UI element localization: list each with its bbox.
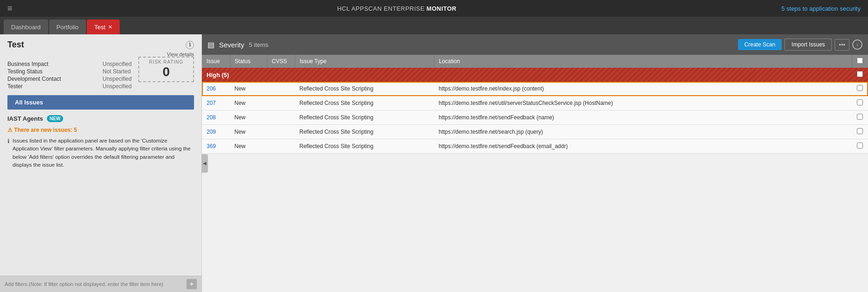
high-group-row: High (5) xyxy=(202,68,868,82)
issue-cvss-2 xyxy=(267,110,295,125)
issue-location-4: https://demo.testfire.net/sendFeedback (… xyxy=(434,139,852,154)
issue-id-1: 207 xyxy=(202,96,230,110)
issue-check-2 xyxy=(852,110,868,125)
issue-checkbox-3[interactable] xyxy=(857,128,863,134)
more-options-button[interactable]: ••• xyxy=(835,39,849,51)
col-header-type: Issue Type xyxy=(295,55,434,68)
issue-status-2: New xyxy=(230,110,267,125)
iast-agents-row: IAST Agents NEW xyxy=(7,115,194,122)
severity-label: Severity xyxy=(219,41,244,49)
info-text: Issues listed in the application panel a… xyxy=(13,137,194,169)
main-content: Test ℹ View details Business Impact Unsp… xyxy=(0,34,868,292)
create-scan-button[interactable]: Create Scan xyxy=(738,39,782,50)
issue-type-2: Reflected Cross Site Scripting xyxy=(295,110,434,125)
filter-input[interactable] xyxy=(5,281,184,287)
add-filter-button[interactable]: + xyxy=(187,279,197,289)
col-header-location: Location xyxy=(434,55,852,68)
security-link[interactable]: 5 steps to application security xyxy=(781,5,861,12)
meta-key-0: Business Impact xyxy=(7,61,99,67)
col-header-issue: Issue xyxy=(202,55,230,68)
issue-status-4: New xyxy=(230,139,267,154)
table-body: High (5) 206 New Reflected Cross Site Sc… xyxy=(202,68,868,154)
issue-id-4: 369 xyxy=(202,139,230,154)
table-icon: ▤ xyxy=(207,40,214,49)
table-container: Issue Status CVSS Issue Type Location Hi… xyxy=(202,55,868,292)
info-icon-label: i xyxy=(857,42,858,47)
col-header-check xyxy=(852,55,868,68)
info-icon: ℹ xyxy=(7,137,10,169)
info-circle-icon[interactable]: ℹ xyxy=(186,41,194,49)
table-row[interactable]: 209 New Reflected Cross Site Scripting h… xyxy=(202,125,868,139)
close-tab-icon[interactable]: ✕ xyxy=(108,24,112,30)
issues-header-left: ▤ Severity 5 items xyxy=(207,40,268,49)
risk-rating-label: RISK RATING xyxy=(145,59,188,65)
risk-rating-box: RISK RATING 0 xyxy=(138,57,194,82)
high-group-checkbox-cell xyxy=(852,68,868,82)
col-header-status: Status xyxy=(230,55,267,68)
meta-val-3: Unspecified xyxy=(103,83,194,90)
issue-checkbox-2[interactable] xyxy=(857,114,863,120)
issue-link-3[interactable]: 209 xyxy=(207,129,216,135)
app-title: HCL APPSCAN ENTERPRISE MONITOR xyxy=(337,5,456,12)
issue-type-0: Reflected Cross Site Scripting xyxy=(295,82,434,96)
issue-type-1: Reflected Cross Site Scripting xyxy=(295,96,434,110)
menu-icon[interactable]: ≡ xyxy=(7,4,13,13)
issue-checkbox-0[interactable] xyxy=(857,85,863,91)
issue-check-1 xyxy=(852,96,868,110)
issue-id-2: 208 xyxy=(202,110,230,125)
issue-link-0[interactable]: 206 xyxy=(207,85,216,92)
all-issues-button[interactable]: All Issues xyxy=(7,95,194,110)
issue-location-0: https://demo.testfire.net/index.jsp (con… xyxy=(434,82,852,96)
issue-status-1: New xyxy=(230,96,267,110)
new-badge: NEW xyxy=(47,115,63,122)
issue-status-0: New xyxy=(230,82,267,96)
warning-text: ⚠ There are new issues: 5 xyxy=(7,127,77,133)
filter-bar: + xyxy=(0,276,201,292)
high-group-checkbox[interactable] xyxy=(857,71,863,77)
issue-location-3: https://demo.testfire.net/search.jsp (qu… xyxy=(434,125,852,139)
right-panel: ▤ Severity 5 items Create Scan Import Is… xyxy=(202,34,868,292)
meta-key-3: Tester xyxy=(7,83,99,90)
issue-cvss-0 xyxy=(267,82,295,96)
issue-location-2: https://demo.testfire.net/sendFeedback (… xyxy=(434,110,852,125)
tab-dashboard[interactable]: Dashboard xyxy=(4,19,48,34)
page-title: Test xyxy=(7,40,24,50)
table-row[interactable]: 207 New Reflected Cross Site Scripting h… xyxy=(202,96,868,110)
table-header-row: Issue Status CVSS Issue Type Location xyxy=(202,55,868,68)
table-row[interactable]: 369 New Reflected Cross Site Scripting h… xyxy=(202,139,868,154)
issue-link-4[interactable]: 369 xyxy=(207,143,216,149)
panel-title-row: Test ℹ xyxy=(7,40,194,50)
risk-rating-value: 0 xyxy=(145,65,188,79)
high-group-label: High (5) xyxy=(202,68,852,82)
issue-cvss-1 xyxy=(267,96,295,110)
issue-checkbox-1[interactable] xyxy=(857,99,863,105)
col-header-cvss: CVSS xyxy=(267,55,295,68)
tab-test[interactable]: Test ✕ xyxy=(87,19,120,34)
info-circle-button[interactable]: i xyxy=(852,39,862,50)
issue-type-4: Reflected Cross Site Scripting xyxy=(295,139,434,154)
issue-link-2[interactable]: 208 xyxy=(207,114,216,121)
import-issues-button[interactable]: Import Issues xyxy=(784,39,832,51)
issue-checkbox-4[interactable] xyxy=(857,143,863,149)
panel-toggle[interactable]: ◀ xyxy=(201,154,208,173)
issue-id-0: 206 xyxy=(202,82,230,96)
items-count: 5 items xyxy=(249,41,268,48)
select-all-checkbox[interactable] xyxy=(857,58,863,64)
issue-cvss-4 xyxy=(267,139,295,154)
issues-header-right: Create Scan Import Issues ••• i xyxy=(738,39,862,51)
meta-key-2: Development Contact xyxy=(7,76,99,82)
issue-location-1: https://demo.testfire.net/util/serverSta… xyxy=(434,96,852,110)
issues-header: ▤ Severity 5 items Create Scan Import Is… xyxy=(202,34,868,55)
issue-check-3 xyxy=(852,125,868,139)
issue-link-1[interactable]: 207 xyxy=(207,100,216,106)
tab-bar: Dashboard Portfolio Test ✕ xyxy=(0,17,868,34)
issue-type-3: Reflected Cross Site Scripting xyxy=(295,125,434,139)
issue-check-4 xyxy=(852,139,868,154)
tab-portfolio[interactable]: Portfolio xyxy=(49,19,86,34)
issue-id-3: 209 xyxy=(202,125,230,139)
info-box: ℹ Issues listed in the application panel… xyxy=(7,137,194,169)
issues-table: Issue Status CVSS Issue Type Location Hi… xyxy=(202,55,868,154)
table-row[interactable]: 208 New Reflected Cross Site Scripting h… xyxy=(202,110,868,125)
table-row[interactable]: 206 New Reflected Cross Site Scripting h… xyxy=(202,82,868,96)
issue-check-0 xyxy=(852,82,868,96)
